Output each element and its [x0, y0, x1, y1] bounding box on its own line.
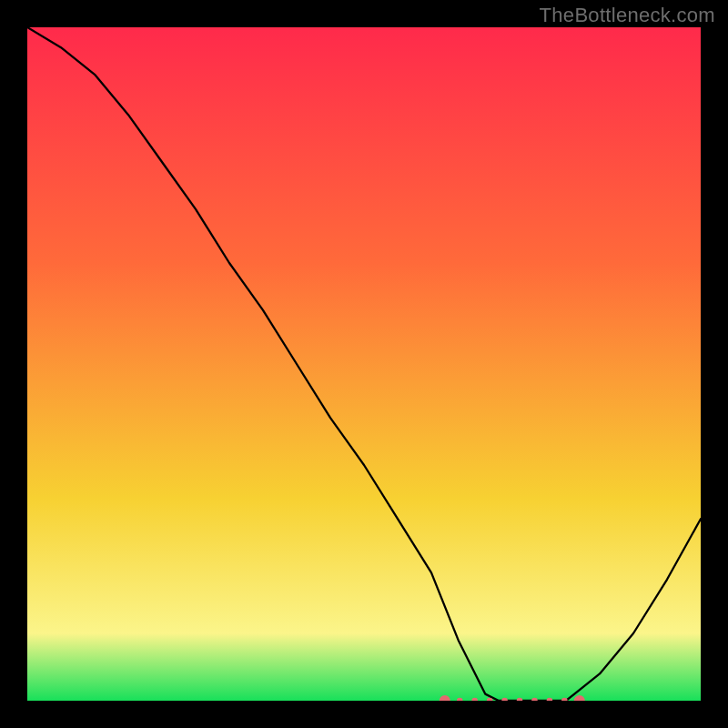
- gradient-background: [27, 27, 701, 701]
- plot-area: [27, 27, 701, 701]
- chart-container: TheBottleneck.com: [0, 0, 728, 728]
- bottleneck-curve-plot: [27, 27, 701, 701]
- watermark-text: TheBottleneck.com: [540, 4, 715, 27]
